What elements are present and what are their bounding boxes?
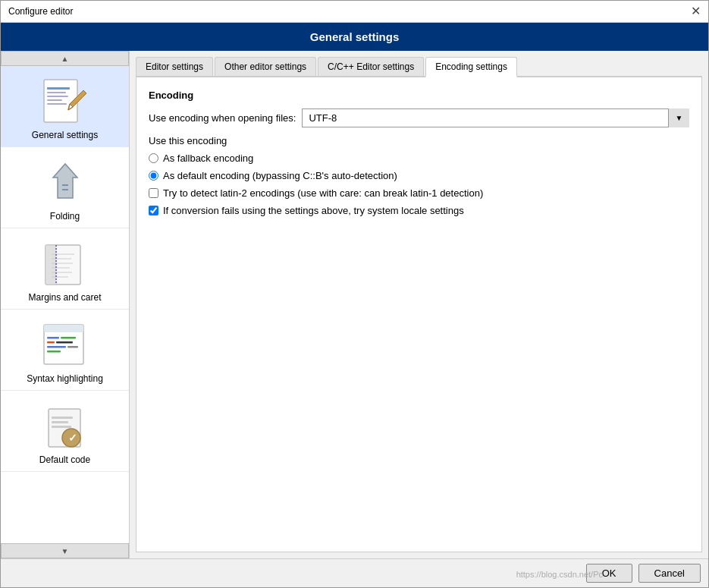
default-code-icon: ✓	[39, 400, 91, 451]
sidebar-label-default-code: Default code	[39, 454, 90, 465]
radio-default-row: As default encoding (bypassing C::B's au…	[149, 170, 689, 181]
sidebar-scroll: General settings Folding	[1, 66, 129, 543]
radio-fallback-row: As fallback encoding	[149, 153, 689, 164]
scroll-up-arrow[interactable]: ▲	[1, 51, 129, 66]
margins-icon	[39, 237, 91, 289]
dialog-title: Configure editor	[8, 6, 73, 17]
scroll-down-arrow[interactable]: ▼	[1, 543, 129, 558]
main-content: ▲	[1, 51, 708, 558]
svg-rect-33	[52, 426, 71, 428]
sidebar-item-syntax[interactable]: Syntax highlighting	[1, 310, 129, 391]
svg-rect-3	[47, 96, 68, 97]
svg-rect-4	[47, 99, 62, 101]
tab-other-editor-settings[interactable]: Other editor settings	[215, 57, 316, 76]
tab-editor-settings[interactable]: Editor settings	[136, 57, 213, 76]
tab-content-encoding: Encoding Use encoding when opening files…	[136, 77, 702, 552]
header-title: General settings	[310, 30, 400, 43]
svg-rect-23	[47, 337, 59, 339]
tab-encoding-settings[interactable]: Encoding settings	[425, 57, 517, 77]
sidebar-item-margins[interactable]: Margins and caret	[1, 228, 129, 310]
svg-rect-29	[47, 351, 61, 353]
checkbox-system-row: If conversion fails using the settings a…	[149, 205, 689, 216]
sidebar-item-folding[interactable]: Folding	[1, 147, 129, 228]
url-watermark: https://blog.csdn.net/Pc	[516, 570, 603, 579]
syntax-icon	[39, 319, 91, 370]
close-button[interactable]: ✕	[691, 5, 701, 17]
encoding-section-title: Encoding	[149, 90, 689, 101]
folding-icon	[39, 156, 91, 208]
radio-default-label: As default encoding (bypassing C::B's au…	[163, 170, 397, 181]
sidebar-label-folding: Folding	[50, 211, 80, 222]
header-bar: General settings	[1, 23, 708, 51]
radio-fallback-label: As fallback encoding	[163, 153, 253, 164]
sidebar-label-syntax: Syntax highlighting	[27, 373, 103, 384]
svg-rect-13	[45, 245, 56, 285]
svg-marker-9	[53, 164, 77, 198]
general-settings-icon	[39, 75, 91, 127]
sidebar-item-general[interactable]: General settings	[1, 66, 129, 147]
cancel-button[interactable]: Cancel	[638, 564, 701, 583]
checkbox-system-label: If conversion fails using the settings a…	[163, 205, 464, 216]
bottom-bar: https://blog.csdn.net/Pc OK Cancel	[1, 558, 708, 587]
encoding-select-wrapper: UTF-8 UTF-16 ISO-8859-1 Windows-1252 ▼	[302, 108, 689, 127]
svg-rect-27	[47, 346, 66, 348]
radio-fallback[interactable]	[149, 153, 158, 163]
svg-text:✓: ✓	[68, 432, 77, 444]
use-this-encoding-label: Use this encoding	[149, 135, 689, 146]
svg-rect-28	[67, 346, 78, 348]
svg-rect-1	[47, 87, 70, 90]
sidebar: ▲	[1, 51, 130, 558]
sidebar-label-general: General settings	[32, 130, 98, 140]
radio-default[interactable]	[149, 171, 158, 181]
tab-cpp-editor-settings[interactable]: C/C++ Editor settings	[318, 57, 424, 76]
checkbox-latin2-row: Try to detect latin-2 encodings (use wit…	[149, 187, 689, 199]
encoding-field-row: Use encoding when opening files: UTF-8 U…	[149, 108, 689, 127]
use-encoding-label: Use encoding when opening files:	[149, 112, 296, 124]
checkbox-system[interactable]	[149, 206, 158, 215]
sidebar-label-margins: Margins and caret	[28, 292, 101, 303]
right-panel: Editor settings Other editor settings C/…	[130, 51, 708, 558]
checkbox-latin2-label: Try to detect latin-2 encodings (use wit…	[163, 187, 483, 199]
configure-editor-dialog: Configure editor ✕ General settings ▲	[0, 0, 709, 588]
svg-rect-5	[47, 103, 67, 105]
tabs: Editor settings Other editor settings C/…	[136, 57, 702, 77]
svg-rect-24	[61, 337, 76, 339]
svg-rect-26	[56, 341, 73, 344]
svg-rect-22	[44, 325, 83, 332]
sidebar-item-default-code[interactable]: ✓ Default code	[1, 391, 129, 472]
svg-rect-31	[52, 417, 73, 419]
checkbox-latin2[interactable]	[149, 188, 158, 198]
title-bar: Configure editor ✕	[1, 1, 708, 23]
svg-rect-25	[47, 341, 55, 344]
svg-rect-32	[52, 421, 68, 423]
encoding-select[interactable]: UTF-8 UTF-16 ISO-8859-1 Windows-1252	[302, 108, 689, 127]
svg-rect-2	[47, 92, 66, 93]
